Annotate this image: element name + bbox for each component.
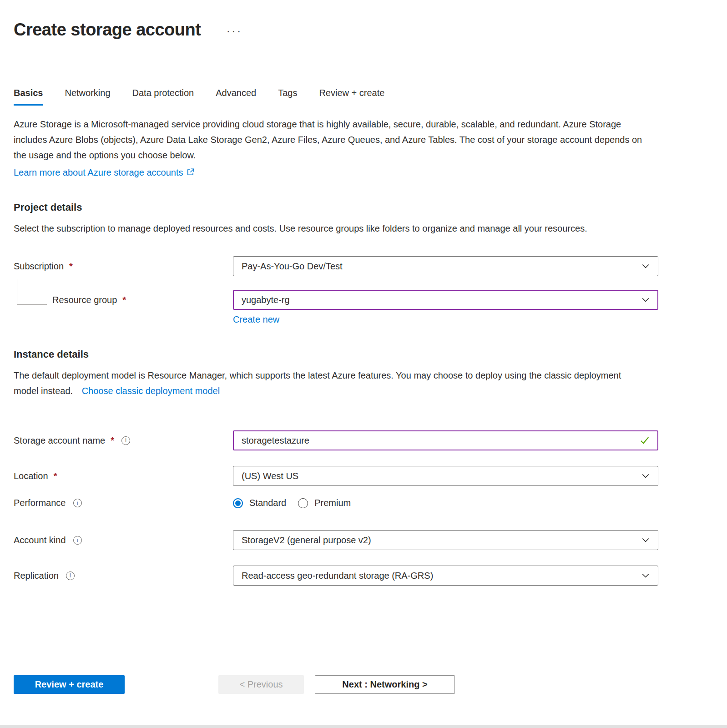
previous-button[interactable]: < Previous <box>218 675 304 694</box>
external-link-icon <box>187 165 195 181</box>
replication-label: Replication <box>14 571 59 581</box>
account-kind-dropdown[interactable]: StorageV2 (general purpose v2) <box>233 530 658 550</box>
info-icon[interactable]: i <box>73 536 82 545</box>
resource-group-label: Resource group <box>52 295 117 305</box>
wizard-footer: Review + create < Previous Next : Networ… <box>14 675 455 694</box>
review-create-button[interactable]: Review + create <box>14 675 125 694</box>
tab-basics[interactable]: Basics <box>14 88 43 104</box>
valid-checkmark-icon <box>640 435 650 445</box>
footer-divider <box>0 660 727 660</box>
tab-data-protection[interactable]: Data protection <box>132 88 194 104</box>
location-dropdown[interactable]: (US) West US <box>233 466 658 486</box>
storage-account-name-row: Storage account name * i storagetestazur… <box>14 430 658 450</box>
info-icon[interactable]: i <box>73 499 82 507</box>
create-new-link[interactable]: Create new <box>233 314 279 325</box>
info-icon[interactable]: i <box>121 436 130 445</box>
replication-dropdown[interactable]: Read-access geo-redundant storage (RA-GR… <box>233 566 658 586</box>
performance-row: Performance i Standard Premium <box>14 498 658 508</box>
resource-group-value: yugabyte-rg <box>242 295 636 305</box>
subscription-value: Pay-As-You-Go Dev/Test <box>242 261 636 272</box>
tab-advanced[interactable]: Advanced <box>216 88 256 104</box>
page-header: Create storage account ··· <box>14 20 658 40</box>
instance-details-heading: Instance details <box>14 349 658 360</box>
radio-button-icon <box>298 498 308 508</box>
account-kind-row: Account kind i StorageV2 (general purpos… <box>14 530 658 550</box>
performance-label: Performance <box>14 498 66 508</box>
radio-standard[interactable]: Standard <box>233 498 286 508</box>
replication-value: Read-access geo-redundant storage (RA-GR… <box>242 571 636 581</box>
account-kind-label: Account kind <box>14 535 66 546</box>
tab-review-create[interactable]: Review + create <box>319 88 384 104</box>
required-asterisk: * <box>122 295 126 305</box>
radio-standard-label: Standard <box>249 498 286 508</box>
required-asterisk: * <box>69 261 73 272</box>
location-row: Location * (US) West US <box>14 466 658 486</box>
bottom-panel-edge <box>0 725 727 728</box>
intro-description: Azure Storage is a Microsoft-managed ser… <box>14 116 648 163</box>
chevron-down-icon <box>641 472 650 480</box>
radio-button-icon <box>233 498 243 508</box>
tab-networking[interactable]: Networking <box>65 88 111 104</box>
learn-more-label: Learn more about Azure storage accounts <box>14 165 183 180</box>
nesting-connector-line <box>17 279 47 305</box>
resource-group-dropdown[interactable]: yugabyte-rg <box>233 290 658 310</box>
page-title: Create storage account <box>14 20 201 40</box>
chevron-down-icon <box>641 536 650 544</box>
storage-account-name-input[interactable]: storagetestazure <box>233 430 658 450</box>
location-label: Location <box>14 471 48 481</box>
learn-more-link[interactable]: Learn more about Azure storage accounts <box>14 164 195 181</box>
classic-deployment-link[interactable]: Choose classic deployment model <box>82 386 220 396</box>
chevron-down-icon <box>641 262 650 270</box>
subscription-row: Subscription * Pay-As-You-Go Dev/Test <box>14 256 658 276</box>
account-kind-value: StorageV2 (general purpose v2) <box>242 535 636 546</box>
resource-group-row: Resource group * yugabyte-rg <box>14 290 658 310</box>
wizard-tabs: Basics Networking Data protection Advanc… <box>14 88 658 104</box>
replication-row: Replication i Read-access geo-redundant … <box>14 566 658 586</box>
radio-premium-label: Premium <box>314 498 351 508</box>
required-asterisk: * <box>111 435 114 446</box>
required-asterisk: * <box>54 471 57 481</box>
storage-account-name-label: Storage account name <box>14 435 105 446</box>
info-icon[interactable]: i <box>66 571 75 580</box>
project-details-heading: Project details <box>14 202 658 213</box>
next-networking-button[interactable]: Next : Networking > <box>315 675 455 694</box>
project-details-description: Select the subscription to manage deploy… <box>14 221 648 236</box>
performance-radio-group: Standard Premium <box>233 498 658 508</box>
instance-details-description: The default deployment model is Resource… <box>14 368 648 399</box>
chevron-down-icon <box>641 571 650 580</box>
subscription-label: Subscription <box>14 261 64 272</box>
location-value: (US) West US <box>242 471 636 481</box>
subscription-dropdown[interactable]: Pay-As-You-Go Dev/Test <box>233 256 658 276</box>
more-options-icon[interactable]: ··· <box>226 27 242 33</box>
tab-tags[interactable]: Tags <box>278 88 297 104</box>
storage-account-name-value: storagetestazure <box>242 435 634 446</box>
create-storage-account-page: Create storage account ··· Basics Networ… <box>0 20 727 586</box>
radio-premium[interactable]: Premium <box>298 498 351 508</box>
chevron-down-icon <box>641 296 650 304</box>
